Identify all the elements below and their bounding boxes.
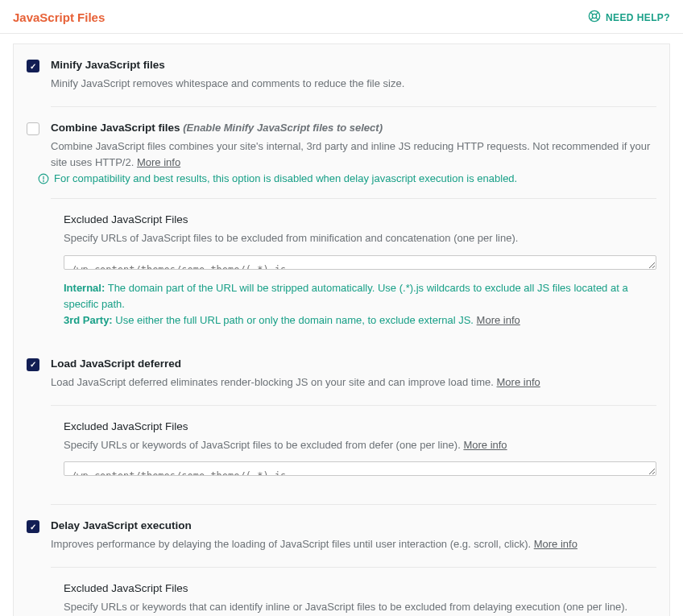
option-defer-js: ✓ Load JavaScript deferred Load JavaScri… [14, 343, 669, 405]
checkmark-icon: ✓ [30, 523, 36, 531]
svg-line-2 [590, 12, 593, 14]
defer-title: Load JavaScript deferred [51, 358, 656, 370]
internal-label: Internal: [64, 282, 105, 294]
thirdparty-label: 3rd Party: [64, 314, 113, 326]
svg-point-1 [592, 14, 596, 18]
checkbox-combine-js[interactable] [27, 122, 39, 135]
need-help-label: NEED HELP? [606, 12, 670, 23]
checkbox-minify-js[interactable]: ✓ [27, 60, 39, 72]
warning-icon [38, 173, 49, 187]
thirdparty-text: Use either the full URL path or only the… [115, 314, 474, 326]
option-delay-js: ✓ Delay JavaScript execution Improves pe… [14, 505, 669, 567]
excluded-defer-title: Excluded JavaScript Files [64, 420, 656, 432]
checkmark-icon: ✓ [30, 360, 36, 369]
lifering-icon [588, 10, 601, 25]
minify-desc: Minify JavaScript removes whitespace and… [51, 76, 656, 92]
minify-title: Minify JavaScript files [51, 59, 656, 71]
excluded-defer-input[interactable] [64, 461, 656, 476]
combine-hint: (Enable Minify JavaScript files to selec… [183, 122, 383, 134]
defer-desc: Load JavaScript deferred eliminates rend… [51, 374, 656, 391]
delay-desc: Improves performance by delaying the loa… [51, 536, 656, 552]
svg-point-8 [43, 181, 44, 182]
excluded-delay-section: Excluded JavaScript Files Specify URLs o… [14, 568, 669, 616]
svg-line-5 [590, 18, 593, 20]
settings-panel: ✓ Minify JavaScript files Minify JavaScr… [13, 43, 670, 616]
excluded-delay-title: Excluded JavaScript Files [64, 582, 656, 594]
excluded-delay-desc: Specify URLs or keywords that can identi… [64, 599, 656, 615]
option-combine-js: Combine JavaScript files (Enable Minify … [14, 107, 669, 179]
excluded-defer-section: Excluded JavaScript Files Specify URLs o… [14, 406, 669, 504]
checkbox-defer-js[interactable]: ✓ [27, 358, 39, 371]
excluded-minify-more-link[interactable]: More info [477, 314, 520, 326]
option-minify-js: ✓ Minify JavaScript files Minify JavaScr… [14, 44, 669, 106]
excluded-defer-desc: Specify URLs or keywords of JavaScript f… [64, 437, 656, 453]
combine-desc: Combine JavaScript files combines your s… [51, 138, 656, 171]
combine-title: Combine JavaScript files [51, 122, 180, 134]
excluded-defer-more-link[interactable]: More info [463, 439, 507, 451]
checkbox-delay-js[interactable]: ✓ [27, 520, 39, 533]
delay-title: Delay JavaScript execution [51, 519, 656, 531]
svg-line-4 [596, 12, 598, 14]
svg-line-3 [596, 18, 598, 20]
checkmark-icon: ✓ [30, 62, 36, 71]
excluded-minify-title: Excluded JavaScript Files [64, 213, 656, 225]
excluded-minify-desc: Specify URLs of JavaScript files to be e… [64, 230, 656, 246]
internal-text: The domain part of the URL will be strip… [64, 282, 628, 310]
combine-warning-text: For compatibility and best results, this… [54, 172, 517, 184]
delay-more-link[interactable]: More info [534, 538, 577, 550]
defer-more-link[interactable]: More info [497, 376, 540, 388]
combine-more-link[interactable]: More info [137, 156, 180, 168]
excluded-minify-input[interactable] [64, 255, 656, 270]
page-title: JavaScript Files [13, 10, 105, 24]
combine-warning: For compatibility and best results, this… [14, 172, 669, 198]
need-help-link[interactable]: NEED HELP? [588, 10, 670, 25]
excluded-minify-section: Excluded JavaScript Files Specify URLs o… [14, 199, 669, 343]
